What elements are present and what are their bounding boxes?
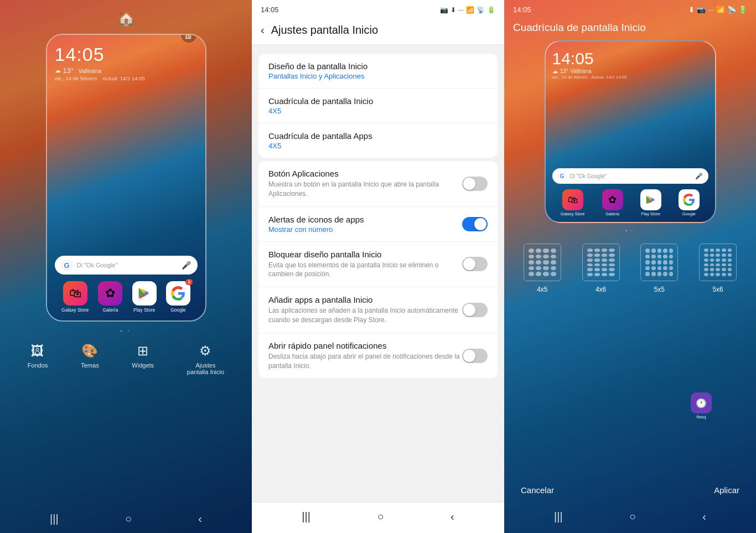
- settings-item-alertas[interactable]: Alertas de iconos de apps Mostrar con nú…: [258, 207, 498, 242]
- item-sub-cuadricula-apps: 4X5: [268, 142, 488, 150]
- grid-app-galeria: ✿ Galería: [602, 189, 623, 216]
- search-hint: Di "Ok Google": [77, 262, 177, 268]
- app-play-store[interactable]: Play Store: [132, 281, 157, 313]
- settings-time: 14:05: [261, 6, 279, 14]
- grid-nav-home[interactable]: ○: [629, 510, 636, 523]
- item-desc-boton: Muestra un botón en la pantalla Inicio q…: [268, 180, 462, 199]
- grid-search-hint: Di "Ok Google": [570, 173, 692, 179]
- grid-download-icon: ⬇: [688, 6, 695, 14]
- phone-search-bar[interactable]: G Di "Ok Google" 🎤: [55, 256, 198, 275]
- grid-google-logo: G: [558, 172, 567, 180]
- home-icon: 🏠: [0, 0, 252, 27]
- grid-bottom-actions: Cancelar Aplicar: [504, 478, 756, 503]
- app-galaxy-store[interactable]: 🛍 Galaxy Store: [61, 281, 89, 313]
- back-button[interactable]: ‹: [261, 24, 265, 37]
- settings-item-cuadricula-apps[interactable]: Cuadrícula de pantalla Apps 4X5: [258, 123, 498, 158]
- grid-page-dot: • ◦: [504, 229, 756, 232]
- settings-item-bloquear[interactable]: Bloquear diseño pantalla Inicio Evita qu…: [258, 242, 498, 288]
- phone-apps-row: 🛍 Galaxy Store ✿ Galería: [55, 281, 198, 315]
- google-logo: G: [61, 260, 73, 271]
- apply-button[interactable]: Aplicar: [714, 485, 739, 495]
- grid-galeria-label: Galería: [605, 211, 619, 216]
- panel-home-screen: 🏠 🗑 14:05 ☁ 13° Vallirana vie., 14 de fe…: [0, 0, 252, 533]
- toggle-abrir[interactable]: [462, 349, 488, 363]
- item-title-bloquear: Bloquear diseño pantalla Inicio: [268, 250, 462, 259]
- item-desc-abrir: Desliza hacia abajo para abrir el panel …: [268, 352, 462, 371]
- signal-icon: 📡: [477, 6, 485, 14]
- weather-icon: ☁: [55, 67, 61, 74]
- nav-back[interactable]: ‹: [198, 513, 202, 525]
- action-fondos[interactable]: 🖼 Fondos: [28, 343, 48, 375]
- phone-clock: 14:05: [55, 44, 198, 65]
- grid-reloj-label: Reloj: [696, 415, 706, 420]
- grid-nav-bar: ||| ○ ‹: [504, 503, 756, 533]
- grid-page-title: Cuadrícula de pantalla Inicio: [504, 17, 756, 40]
- action-temas[interactable]: 🎨 Temas: [81, 343, 99, 375]
- grid-search-bar: G Di "Ok Google" 🎤: [552, 168, 708, 184]
- grid-status-icons: ⬇ 📷 ··· 📶 📡 🔋: [688, 6, 747, 14]
- settings-card-2: Botón Aplicaciones Muestra un botón en l…: [258, 161, 498, 378]
- settings-item-diseno[interactable]: Diseño de la pantalla Inicio Pantallas I…: [258, 54, 498, 89]
- item-desc-bloquear: Evita que los elementos de la pantalla I…: [268, 261, 462, 280]
- grid-options: 4x5 4x6: [504, 232, 756, 299]
- toggle-alertas[interactable]: [462, 217, 488, 231]
- settings-card-1: Diseño de la pantalla Inicio Pantallas I…: [258, 54, 498, 158]
- settings-item-boton[interactable]: Botón Aplicaciones Muestra un botón en l…: [258, 161, 498, 207]
- item-title-boton: Botón Aplicaciones: [268, 169, 462, 178]
- grid-option-5x6[interactable]: 5x6: [699, 244, 737, 293]
- item-title-cuadricula-inicio: Cuadrícula de pantalla Inicio: [268, 96, 488, 106]
- grid-nav-back[interactable]: ‹: [702, 510, 706, 523]
- item-title-cuadricula-apps: Cuadrícula de pantalla Apps: [268, 131, 488, 141]
- grid-option-4x5[interactable]: 4x5: [524, 244, 561, 293]
- grid-label-4x5: 4x5: [537, 286, 547, 293]
- fondos-icon: 🖼: [31, 343, 44, 359]
- phone-location: Vallirana: [78, 68, 101, 74]
- grid-statusbar: 14:05 ⬇ 📷 ··· 📶 📡 🔋: [504, 0, 756, 17]
- settings-nav-recent[interactable]: |||: [302, 510, 310, 523]
- phone-temp: 13°: [63, 66, 74, 75]
- item-title-alertas: Alertas de iconos de apps: [268, 215, 462, 224]
- settings-content: Diseño de la pantalla Inicio Pantallas I…: [252, 45, 504, 502]
- app-galeria[interactable]: ✿ Galería: [98, 281, 122, 313]
- page-dots: • ◦: [0, 328, 252, 333]
- settings-item-anadir[interactable]: Añadir apps a pantalla Inicio Las aplica…: [258, 287, 498, 333]
- settings-nav-back[interactable]: ‹: [451, 510, 454, 523]
- settings-nav-home[interactable]: ○: [377, 510, 384, 523]
- battery-icon: 🔋: [487, 6, 495, 14]
- status-icons: 📷 ⬇ ··· 📶 📡 🔋: [440, 6, 495, 14]
- toggle-anadir[interactable]: [462, 303, 488, 317]
- cancel-button[interactable]: Cancelar: [521, 485, 554, 495]
- grid-label-4x6: 4x6: [596, 286, 606, 293]
- phone-weather: ☁ 13° Vallirana: [55, 66, 198, 75]
- play-store-icon: [132, 281, 157, 306]
- grid-dots-4x6: [582, 244, 620, 281]
- grid-time: 14:05: [513, 6, 531, 14]
- grid-option-4x6[interactable]: 4x6: [582, 244, 620, 293]
- grid-galaxy-store-label: Galaxy Store: [561, 211, 584, 216]
- phone-date: vie., 14 de febrero Actual: 14/2 14:05: [55, 75, 198, 81]
- toggle-bloquear[interactable]: [462, 257, 488, 271]
- app-google[interactable]: 2 Google: [166, 281, 190, 313]
- galeria-icon: ✿: [98, 281, 122, 306]
- grid-galaxy-store-icon: 🛍: [562, 189, 583, 210]
- wifi-icon: 📶: [466, 6, 474, 14]
- app-label-galaxy-store: Galaxy Store: [61, 307, 89, 313]
- settings-item-abrir[interactable]: Abrir rápido panel notificaciones Desliz…: [258, 333, 498, 379]
- grid-play-store-label: Play Store: [641, 211, 660, 216]
- grid-app-play-store: Play Store: [640, 189, 661, 216]
- toggle-boton[interactable]: [462, 177, 488, 191]
- grid-nav-recent[interactable]: |||: [554, 510, 563, 523]
- grid-phone-clock: 14:05: [552, 49, 708, 68]
- nav-home[interactable]: ○: [125, 513, 132, 525]
- settings-item-cuadricula-inicio[interactable]: Cuadrícula de pantalla Inicio 4X5: [258, 89, 498, 123]
- grid-label-5x5: 5x5: [654, 286, 665, 293]
- grid-signal-icon: 📡: [727, 6, 736, 14]
- ajustes-icon: ⚙: [199, 343, 211, 359]
- panel-settings: 14:05 📷 ⬇ ··· 📶 📡 🔋 ‹ Ajustes pantalla I…: [252, 0, 504, 533]
- grid-option-5x5[interactable]: 5x5: [640, 244, 678, 293]
- grid-phone-temp: 13°: [560, 68, 568, 74]
- action-widgets[interactable]: ⊞ Widgets: [132, 343, 154, 375]
- action-ajustes[interactable]: ⚙ Ajustespantalla Inicio: [187, 343, 224, 375]
- item-sub-alertas: Mostrar con número: [268, 225, 462, 234]
- nav-recent[interactable]: |||: [50, 513, 59, 525]
